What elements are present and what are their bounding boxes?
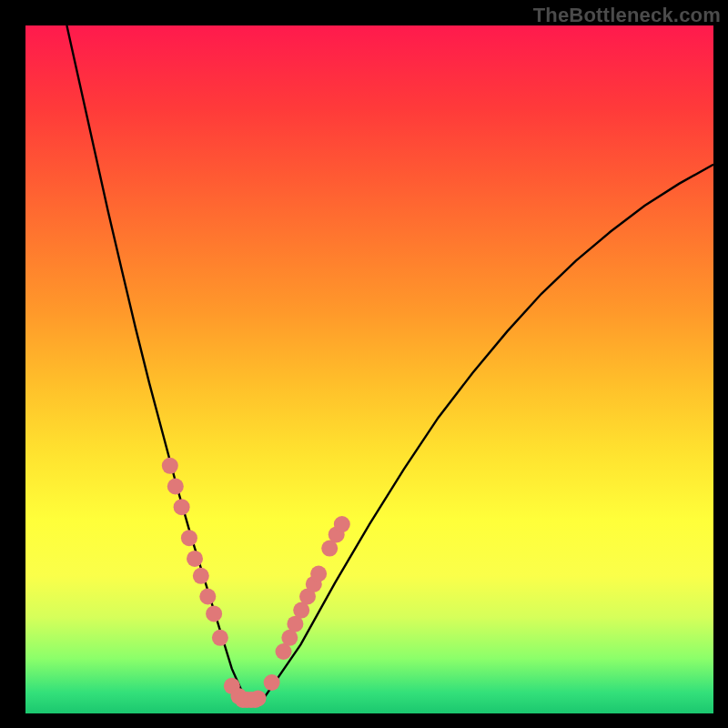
bottleneck-curve <box>66 25 713 700</box>
chart-frame: TheBottleneck.com <box>0 0 728 728</box>
data-dot <box>264 674 280 691</box>
data-dot <box>167 479 184 495</box>
data-dot <box>206 605 222 622</box>
data-dot <box>174 499 190 515</box>
data-dot <box>193 568 209 584</box>
data-dot <box>310 566 327 582</box>
data-dot <box>248 692 264 708</box>
dot-layer <box>162 458 350 708</box>
chart-plot-area <box>25 25 713 713</box>
data-dot <box>162 458 178 474</box>
data-dot <box>334 516 350 532</box>
data-dot <box>199 589 216 605</box>
data-dot <box>212 630 228 646</box>
data-dot <box>187 551 203 567</box>
attribution-text: TheBottleneck.com <box>533 4 721 27</box>
chart-svg <box>25 25 713 713</box>
data-dot <box>181 530 197 546</box>
